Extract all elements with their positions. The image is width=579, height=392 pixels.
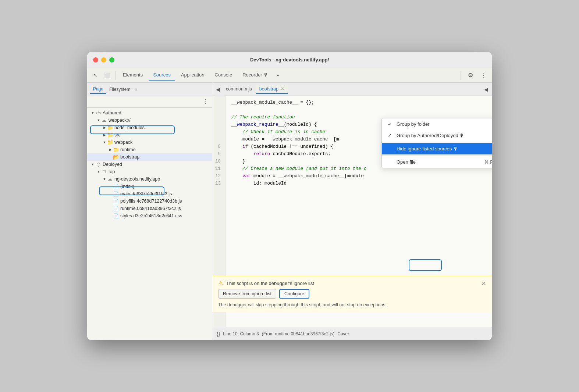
tab-elements[interactable]: Elements [118,70,147,81]
styles-arrow [108,213,113,218]
styles-label: styles.d3e2b24618d2c641.css [120,213,182,218]
runtime-js-icon: 📄 [113,206,119,211]
notice-description: The debugger will skip stepping through … [218,302,486,309]
notice-actions: Remove from ignore list Configure [218,289,486,299]
tree-node-modules[interactable]: ▶ 📁 node_modules [87,124,212,131]
editor-tabs: ◀ common.mjs bootstrap ✕ ◀ [212,83,492,96]
webpack-label: webpack [114,140,132,145]
close-button[interactable] [93,57,98,63]
tab-bar: ↖ ⬜ Elements Sources Application Console… [87,68,492,83]
editor-collapse-icon[interactable]: ◀ [482,85,490,94]
open-file-shortcut: ⌘ P [484,160,492,165]
tab-application[interactable]: Application [177,70,209,81]
node-modules-arrow: ▶ [102,125,107,130]
node-modules-label: node_modules [114,125,145,130]
tab-page[interactable]: Page [90,85,106,94]
deployed-label: Deployed [103,162,122,167]
main-js-label: main.da63f7b2fe3f1fa3.js [120,191,172,196]
bootstrap-tab-label: bootstrap [259,86,278,92]
runtime-js-label: runtime.0b841bad3967f3c2.js [120,206,181,211]
netlify-icon: ☁ [107,176,113,182]
tree-index[interactable]: 📄 (index) [87,183,212,190]
status-source: (From runtime.0b841bad3967f3c2.js) [262,331,334,336]
editor-tab-right: ◀ [482,85,490,94]
index-label: (index) [120,184,134,189]
polyfills-arrow [108,199,113,204]
format-icon[interactable]: {} [217,331,220,337]
code-line-11: var module = __webpack_module_cache__[mo… [231,172,486,180]
tree-netlify[interactable]: ▼ ☁ ng-devtools.netlify.app [87,175,212,183]
top-arrow: ▼ [96,169,101,174]
webpack-url-arrow: ▼ [96,118,101,123]
minimize-button[interactable] [101,57,106,63]
deployed-arrow: ▼ [90,162,95,167]
menu-open-file[interactable]: Open file ⌘ P [382,156,492,168]
bootstrap-folder-icon: 📂 [113,154,119,160]
bootstrap-arrow [108,154,113,160]
styles-icon: 📄 [113,213,119,219]
tab-separator [115,71,116,80]
tree-authored[interactable]: ▼ </> Authored [87,109,212,117]
tree-main-js[interactable]: 📄 main.da63f7b2fe3f1fa3.js [87,190,212,197]
editor-tab-bootstrap[interactable]: bootstrap ✕ [256,85,288,94]
menu-group-authored-label: Group by Authored/Deployed 🎙 [397,133,464,138]
tree-src[interactable]: ▶ 📁 src [87,131,212,139]
menu-hide-ignore-label: Hide ignore-listed sources 🎙 [397,146,458,152]
menu-group-by-authored[interactable]: ✓ Group by Authored/Deployed 🎙 [382,130,492,141]
webpack-arrow: ▼ [102,140,107,145]
tab-filesystem[interactable]: Filesystem [106,85,133,93]
cursor-icon[interactable]: ↖ [90,70,100,81]
editor-tab-common[interactable]: common.mjs [222,85,256,94]
authored-label: Authored [103,110,121,115]
code-area: 8 9 10 11 12 13 __webpack_module_cache__… [212,96,492,327]
left-panel: Page Filesystem » ⋮ ▼ </> Authored [87,83,212,340]
bootstrap-label: bootstrap [120,154,139,160]
tree-styles-css[interactable]: 📄 styles.d3e2b24618d2c641.css [87,212,212,220]
runtime-js-arrow [108,206,113,211]
src-folder-icon: 📁 [107,132,113,138]
editor-tab-left-arrow[interactable]: ◀ [214,85,222,94]
tab-more-button[interactable]: » [274,71,281,79]
index-arrow [108,184,113,189]
tab-console[interactable]: Console [210,70,237,81]
left-panel-toolbar: ⋮ [87,96,212,108]
toolbar-more-icon[interactable]: ⋮ [200,97,210,107]
deployed-icon: ⬡ [95,161,101,167]
code-line-2 [231,106,486,114]
left-tab-more[interactable]: » [133,85,139,93]
tree-webpack-url[interactable]: ▼ ☁ webpack:// [87,117,212,124]
menu-open-file-label: Open file [397,159,416,165]
tree-deployed[interactable]: ▼ ⬡ Deployed [87,161,212,168]
file-tree: ▼ </> Authored ▼ ☁ webpack:// ▶ 📁 node_m… [87,108,212,340]
bootstrap-tab-close[interactable]: ✕ [281,86,284,92]
tree-runtime-js[interactable]: 📄 runtime.0b841bad3967f3c2.js [87,205,212,212]
remove-from-ignore-button[interactable]: Remove from ignore list [218,289,276,299]
more-options-icon[interactable]: ⋮ [479,70,489,81]
tree-bootstrap[interactable]: 📂 bootstrap [87,153,212,161]
menu-hide-ignore-listed[interactable]: Hide ignore-listed sources 🎙 [382,143,492,154]
right-panel: ◀ common.mjs bootstrap ✕ ◀ [212,83,492,340]
menu-group-by-folder[interactable]: ✓ Group by folder [382,118,492,130]
main-layout: Page Filesystem » ⋮ ▼ </> Authored [87,83,492,340]
tree-webpack[interactable]: ▼ 📁 webpack [87,139,212,146]
runtime-label: runtime [120,147,136,152]
tree-top[interactable]: ▼ ☐ top [87,168,212,175]
settings-icon[interactable]: ⚙ [465,70,476,81]
left-panel-tabs: Page Filesystem » [87,83,212,96]
notice-close-button[interactable]: ✕ [481,281,486,286]
tree-runtime[interactable]: ▶ 📁 runtime [87,146,212,153]
maximize-button[interactable] [109,57,114,63]
check-group-folder: ✓ [388,121,394,127]
check-open-file [388,159,394,165]
check-group-authored: ✓ [388,133,394,138]
tree-polyfills-js[interactable]: 📄 polyfills.4c768d7122740d3b.js [87,197,212,205]
authored-icon: </> [95,110,101,116]
device-icon[interactable]: ⬜ [102,70,112,81]
tab-sources[interactable]: Sources [149,70,175,81]
window-title: DevTools - ng-devtools.netlify.app/ [250,57,329,63]
devtools-window: DevTools - ng-devtools.netlify.app/ ↖ ⬜ … [87,52,492,340]
configure-button[interactable]: Configure [279,289,309,299]
title-bar: DevTools - ng-devtools.netlify.app/ [87,52,492,68]
tab-recorder[interactable]: Recorder 🎙 [238,70,273,81]
status-coverage: Cover: [337,331,350,336]
